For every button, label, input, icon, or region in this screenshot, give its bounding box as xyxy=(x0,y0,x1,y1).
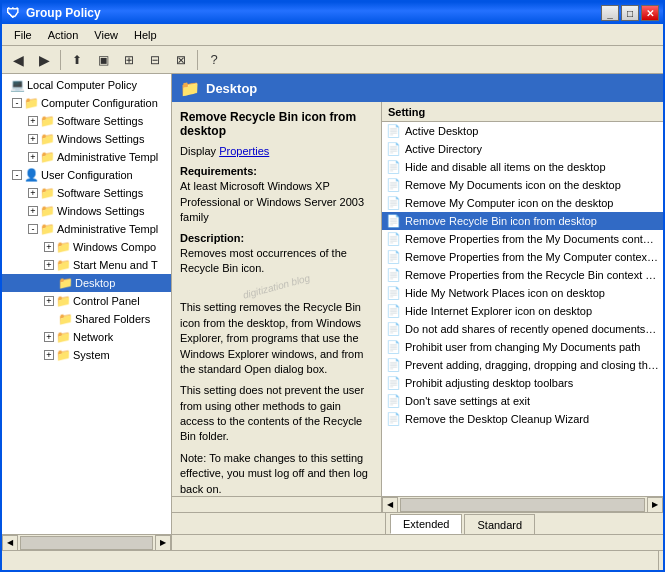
tree-item-network[interactable]: + 📁 Network xyxy=(2,328,171,346)
setting-row[interactable]: 📄Remove Properties from the My Documents… xyxy=(382,230,663,248)
tree-label: Network xyxy=(73,331,113,343)
setting-row[interactable]: 📄Hide Internet Explorer icon on desktop xyxy=(382,302,663,320)
setting-row[interactable]: 📄Remove the Desktop Cleanup Wizard xyxy=(382,410,663,428)
expand-network[interactable]: + xyxy=(44,332,54,342)
expand-windows-uc[interactable]: + xyxy=(28,206,38,216)
setting-label: Active Desktop xyxy=(405,125,478,137)
expand-windows-compo[interactable]: + xyxy=(44,242,54,252)
scroll-right-button[interactable]: ▶ xyxy=(647,497,663,513)
setting-icon: 📄 xyxy=(386,358,401,372)
setting-row[interactable]: 📄Active Desktop xyxy=(382,122,663,140)
tree-item-admin-templ-uc[interactable]: - 📁 Administrative Templ xyxy=(2,220,171,238)
tab-extended[interactable]: Extended xyxy=(390,514,462,534)
menu-file[interactable]: File xyxy=(6,27,40,43)
minimize-button[interactable]: _ xyxy=(601,5,619,21)
tree-item-software-settings-uc[interactable]: + 📁 Software Settings xyxy=(2,184,171,202)
tree-item-windows-settings-uc[interactable]: + 📁 Windows Settings xyxy=(2,202,171,220)
tree-item-user-configuration[interactable]: - 👤 User Configuration xyxy=(2,166,171,184)
expand-software-uc[interactable]: + xyxy=(28,188,38,198)
tree-label: Windows Compo xyxy=(73,241,156,253)
expand-admin-uc[interactable]: - xyxy=(28,224,38,234)
setting-row[interactable]: 📄Do not add shares of recently opened do… xyxy=(382,320,663,338)
setting-icon: 📄 xyxy=(386,214,401,228)
tab-standard[interactable]: Standard xyxy=(464,514,535,534)
description-text-3: This setting does not prevent the user f… xyxy=(180,383,373,445)
h-scroll-track[interactable] xyxy=(400,498,645,512)
setting-icon: 📄 xyxy=(386,412,401,426)
menu-action[interactable]: Action xyxy=(40,27,87,43)
tree-item-windows-compo[interactable]: + 📁 Windows Compo xyxy=(2,238,171,256)
scroll-left-button[interactable]: ◀ xyxy=(382,497,398,513)
back-button[interactable]: ◀ xyxy=(6,49,30,71)
setting-row[interactable]: 📄Don't save settings at exit xyxy=(382,392,663,410)
setting-row[interactable]: 📄Remove Recycle Bin icon from desktop xyxy=(382,212,663,230)
setting-icon: 📄 xyxy=(386,232,401,246)
setting-row[interactable]: 📄Remove Properties from the My Computer … xyxy=(382,248,663,266)
description-text-1: Removes most occurrences of the Recycle … xyxy=(180,246,373,295)
tree-item-start-menu[interactable]: + 📁 Start Menu and T xyxy=(2,256,171,274)
setting-label: Remove My Documents icon on the desktop xyxy=(405,179,621,191)
menu-view[interactable]: View xyxy=(86,27,126,43)
tree-label: Administrative Templ xyxy=(57,151,158,163)
status-bar xyxy=(2,550,663,570)
menu-help[interactable]: Help xyxy=(126,27,165,43)
setting-row[interactable]: 📄Prohibit adjusting desktop toolbars xyxy=(382,374,663,392)
tree-label: Software Settings xyxy=(57,115,143,127)
tree-item-shared-folders[interactable]: 📁 Shared Folders xyxy=(2,310,171,328)
setting-row[interactable]: 📄Prevent adding, dragging, dropping and … xyxy=(382,356,663,374)
tree-label: Computer Configuration xyxy=(41,97,158,109)
forward-button[interactable]: ▶ xyxy=(32,49,56,71)
expand-user-configuration[interactable]: - xyxy=(12,170,22,180)
setting-label: Remove Properties from the Recycle Bin c… xyxy=(405,269,659,281)
expand-admin-cc[interactable]: + xyxy=(28,152,38,162)
setting-row[interactable]: 📄Remove My Computer icon on the desktop xyxy=(382,194,663,212)
setting-row[interactable]: 📄Remove My Documents icon on the desktop xyxy=(382,176,663,194)
tree-item-desktop[interactable]: 📁 Desktop xyxy=(2,274,171,292)
setting-icon: 📄 xyxy=(386,394,401,408)
tree-item-system[interactable]: + 📁 System xyxy=(2,346,171,364)
close-button[interactable]: ✕ xyxy=(641,5,659,21)
setting-row[interactable]: 📄Active Directory xyxy=(382,140,663,158)
export-button[interactable]: ⊟ xyxy=(143,49,167,71)
expand-computer-configuration[interactable]: - xyxy=(12,98,22,108)
tree-scroll-right[interactable]: ▶ xyxy=(155,535,171,551)
description-title: Remove Recycle Bin icon from desktop xyxy=(180,110,373,138)
tree-item-control-panel[interactable]: + 📁 Control Panel xyxy=(2,292,171,310)
help-button[interactable]: ? xyxy=(202,49,226,71)
up-button[interactable]: ⬆ xyxy=(65,49,89,71)
properties-link[interactable]: Properties xyxy=(219,145,269,157)
tree-label: Software Settings xyxy=(57,187,143,199)
tree-item-local-computer-policy[interactable]: 💻 Local Computer Policy xyxy=(2,76,171,94)
toolbar-separator-1 xyxy=(60,50,61,70)
setting-label: Don't save settings at exit xyxy=(405,395,530,407)
show-hide-button[interactable]: ⊞ xyxy=(117,49,141,71)
setting-label: Remove the Desktop Cleanup Wizard xyxy=(405,413,589,425)
tree-item-software-settings-cc[interactable]: + 📁 Software Settings xyxy=(2,112,171,130)
show-hide-tree-button[interactable]: ▣ xyxy=(91,49,115,71)
expand-software-cc[interactable]: + xyxy=(28,116,38,126)
setting-row[interactable]: 📄Prohibit user from changing My Document… xyxy=(382,338,663,356)
tree-item-admin-templ-cc[interactable]: + 📁 Administrative Templ xyxy=(2,148,171,166)
setting-row[interactable]: 📄Hide and disable all items on the deskt… xyxy=(382,158,663,176)
setting-label: Prohibit user from changing My Documents… xyxy=(405,341,640,353)
expand-start-menu[interactable]: + xyxy=(44,260,54,270)
tree-label: Windows Settings xyxy=(57,133,144,145)
menu-bar: File Action View Help xyxy=(2,24,663,46)
tree-item-computer-configuration[interactable]: - 📁 Computer Configuration xyxy=(2,94,171,112)
tree-panel: 💻 Local Computer Policy - 📁 Computer Con… xyxy=(2,74,172,534)
tree-label: System xyxy=(73,349,110,361)
maximize-button[interactable]: □ xyxy=(621,5,639,21)
setting-icon: 📄 xyxy=(386,304,401,318)
tree-scroll-left[interactable]: ◀ xyxy=(2,535,18,551)
setting-row[interactable]: 📄Remove Properties from the Recycle Bin … xyxy=(382,266,663,284)
split-content: Remove Recycle Bin icon from desktop Dis… xyxy=(172,102,663,496)
setting-icon: 📄 xyxy=(386,142,401,156)
properties-button[interactable]: ⊠ xyxy=(169,49,193,71)
expand-control-panel[interactable]: + xyxy=(44,296,54,306)
tree-item-windows-settings-cc[interactable]: + 📁 Windows Settings xyxy=(2,130,171,148)
toolbar-separator-2 xyxy=(197,50,198,70)
setting-row[interactable]: 📄Hide My Network Places icon on desktop xyxy=(382,284,663,302)
settings-panel: Setting 📄Active Desktop📄Active Directory… xyxy=(382,102,663,496)
expand-system[interactable]: + xyxy=(44,350,54,360)
expand-windows-cc[interactable]: + xyxy=(28,134,38,144)
